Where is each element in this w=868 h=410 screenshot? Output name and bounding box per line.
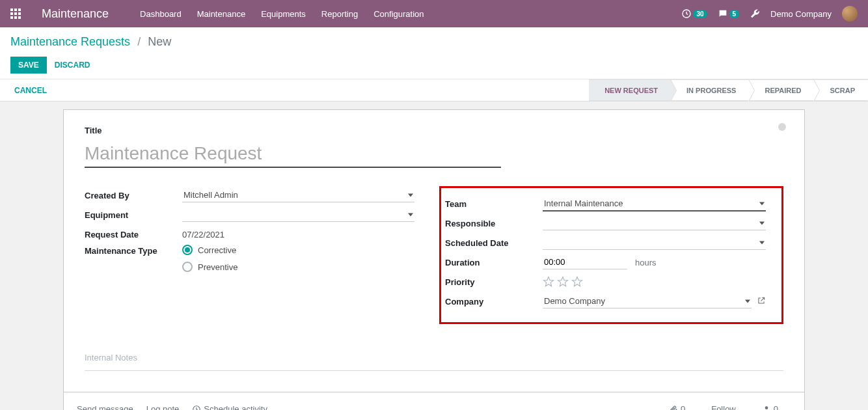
created-by-input[interactable]	[182, 188, 414, 202]
priority-stars	[543, 276, 766, 288]
save-button[interactable]: Save	[10, 57, 47, 74]
apps-icon[interactable]	[10, 8, 21, 19]
breadcrumb: Maintenance Requests / New	[10, 35, 858, 49]
radio-dot-icon	[182, 262, 193, 272]
team-input[interactable]	[543, 197, 766, 212]
chat-icon	[718, 8, 728, 19]
kanban-state-dot[interactable]	[778, 123, 786, 131]
breadcrumb-sep: /	[137, 35, 141, 48]
statusbar-row: Cancel NEW REQUEST IN PROGRESS REPAIRED …	[0, 79, 868, 102]
paperclip-icon	[669, 405, 678, 411]
form-col-left: Created By Equipment Request Date	[85, 186, 434, 324]
company-label: Company	[445, 297, 543, 307]
control-panel: Maintenance Requests / New Save Discard	[0, 27, 868, 79]
company-switcher[interactable]: Demo Company	[770, 9, 832, 19]
form-col-right: Team Responsible Sch	[434, 186, 783, 324]
schedule-activity-button[interactable]: Schedule activity	[192, 404, 267, 410]
form-columns: Created By Equipment Request Date	[85, 186, 783, 324]
nav-links: Dashboard Maintenance Equipments Reporti…	[140, 9, 424, 19]
log-note-button[interactable]: Log note	[146, 404, 180, 410]
avatar[interactable]	[842, 6, 858, 21]
status-in-progress[interactable]: IN PROGRESS	[671, 79, 749, 101]
request-date-label: Request Date	[85, 230, 182, 239]
chatter: Send message Log note Schedule activity …	[63, 392, 805, 410]
followers-count: 0	[774, 404, 778, 410]
activities-count: 30	[693, 10, 707, 18]
clock-icon	[192, 405, 201, 411]
priority-label: Priority	[445, 277, 543, 287]
equipment-label: Equipment	[85, 210, 182, 220]
form-sheet: Title Created By Equipment	[63, 109, 805, 392]
send-message-button[interactable]: Send message	[77, 404, 133, 410]
radio-preventive-label: Preventive	[198, 262, 237, 272]
attachments-count: 0	[681, 404, 685, 410]
status-repaired[interactable]: REPAIRED	[749, 79, 814, 101]
duration-unit: hours	[635, 258, 657, 267]
radio-dot-icon	[182, 245, 193, 255]
user-icon	[762, 405, 771, 411]
radio-preventive[interactable]: Preventive	[182, 262, 414, 272]
cancel-button[interactable]: Cancel	[14, 86, 47, 95]
svg-point-2	[765, 406, 768, 409]
status-scrap[interactable]: SCRAP	[814, 79, 868, 101]
nav-configuration[interactable]: Configuration	[373, 9, 424, 19]
nav-equipments[interactable]: Equipments	[261, 9, 306, 19]
follow-button[interactable]: Follow	[711, 404, 736, 410]
responsible-input[interactable]	[543, 216, 766, 230]
scheduled-date-input[interactable]	[543, 236, 766, 250]
status-steps: NEW REQUEST IN PROGRESS REPAIRED SCRAP	[589, 79, 868, 101]
nav-dashboard[interactable]: Dashboard	[140, 9, 182, 19]
internal-notes-input[interactable]: Internal Notes	[85, 348, 783, 371]
scheduled-date-label: Scheduled Date	[445, 238, 543, 248]
external-link-icon	[757, 296, 766, 305]
radio-corrective[interactable]: Corrective	[182, 245, 414, 255]
status-new-request[interactable]: NEW REQUEST	[589, 79, 671, 101]
discard-button[interactable]: Discard	[55, 61, 90, 70]
star-icon[interactable]	[571, 276, 583, 288]
responsible-label: Responsible	[445, 219, 543, 228]
created-by-label: Created By	[85, 191, 182, 200]
radio-corrective-label: Corrective	[198, 245, 236, 255]
equipment-input[interactable]	[182, 208, 414, 222]
title-label: Title	[85, 126, 783, 135]
external-link-button[interactable]	[757, 296, 766, 307]
activities-button[interactable]: 30	[681, 8, 707, 19]
messages-button[interactable]: 5	[718, 8, 740, 19]
duration-label: Duration	[445, 258, 543, 267]
highlight-box: Team Responsible Sch	[439, 186, 783, 324]
star-icon[interactable]	[557, 276, 569, 288]
breadcrumb-parent[interactable]: Maintenance Requests	[10, 35, 130, 48]
nav-right: 30 5 Demo Company	[681, 6, 858, 21]
cp-buttons: Save Discard	[10, 57, 858, 74]
duration-input[interactable]	[543, 255, 627, 269]
nav-maintenance[interactable]: Maintenance	[197, 9, 245, 19]
form-wrap: Title Created By Equipment	[0, 102, 868, 410]
breadcrumb-current: New	[148, 35, 171, 48]
navbar: Maintenance Dashboard Maintenance Equipm…	[0, 0, 868, 27]
title-input[interactable]	[85, 142, 501, 168]
company-input[interactable]	[543, 294, 752, 308]
star-icon[interactable]	[543, 276, 554, 288]
nav-reporting[interactable]: Reporting	[321, 9, 358, 19]
clock-icon	[681, 8, 692, 19]
app-brand[interactable]: Maintenance	[42, 7, 109, 21]
team-label: Team	[445, 199, 543, 209]
wrench-icon	[750, 8, 760, 18]
attachments-button[interactable]: 0	[669, 404, 685, 410]
debug-icon[interactable]	[750, 8, 760, 20]
maintenance-type-label: Maintenance Type	[85, 245, 182, 256]
followers-button[interactable]: 0	[762, 404, 778, 410]
request-date-value: 07/22/2021	[182, 228, 414, 241]
messages-count: 5	[729, 10, 740, 18]
